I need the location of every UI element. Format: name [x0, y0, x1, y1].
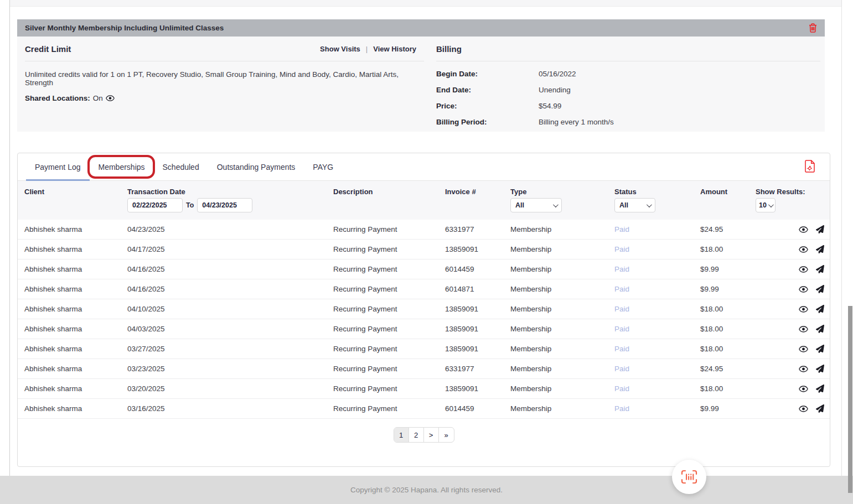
show-results-select[interactable]: 10: [756, 198, 776, 212]
cell-description: Recurring Payment: [333, 285, 445, 293]
cell-date: 04/23/2025: [127, 225, 333, 233]
pagination-page-1[interactable]: 1: [394, 428, 409, 442]
view-history-link[interactable]: View History: [373, 45, 416, 53]
type-filter-select[interactable]: All: [510, 198, 562, 212]
chevron-down-icon: [647, 202, 652, 207]
cell-date: 03/23/2025: [127, 365, 333, 373]
tab-memberships-label: Memberships: [99, 163, 145, 172]
tab-scheduled-label: Scheduled: [163, 163, 199, 172]
tab-scheduled[interactable]: Scheduled: [154, 153, 208, 180]
tab-payment-log-label: Payment Log: [35, 163, 81, 172]
table-row: Abhishek sharma 03/20/2025 Recurring Pay…: [18, 379, 830, 399]
status-badge: Paid: [614, 225, 700, 233]
col-header-invoice: Invoice #: [445, 186, 510, 197]
send-receipt-paper-plane-icon[interactable]: [816, 265, 824, 273]
copyright-text: Copyright © 2025 Hapana. All rights rese…: [350, 486, 503, 494]
cell-invoice: 13859091: [445, 325, 510, 333]
view-payment-eye-icon[interactable]: [799, 386, 808, 392]
date-to-input[interactable]: [197, 198, 252, 212]
cell-type: Membership: [510, 345, 614, 353]
pagination-last[interactable]: »: [439, 428, 454, 442]
view-payment-eye-icon[interactable]: [799, 406, 808, 412]
tab-bar: Payment Log Memberships Scheduled Outsta…: [18, 153, 830, 181]
table-row: Abhishek sharma 03/16/2025 Recurring Pay…: [18, 399, 830, 419]
cell-invoice: 13859091: [445, 245, 510, 253]
cell-date: 04/10/2025: [127, 305, 333, 313]
credit-limit-heading: Credit Limit: [25, 44, 71, 54]
barcode-scan-button[interactable]: [672, 460, 706, 494]
price-value: $54.99: [539, 102, 561, 110]
cell-invoice: 6331977: [445, 225, 510, 233]
cell-type: Membership: [510, 225, 614, 233]
cell-client: Abhishek sharma: [24, 285, 127, 293]
credit-limit-description: Unlimited credits valid for 1 on 1 PT, R…: [25, 70, 424, 87]
send-receipt-paper-plane-icon[interactable]: [816, 245, 824, 253]
tab-payg-label: PAYG: [313, 163, 333, 172]
cell-type: Membership: [510, 305, 614, 313]
view-payment-eye-icon[interactable]: [799, 366, 808, 372]
view-payment-eye-icon[interactable]: [799, 226, 808, 233]
date-from-input[interactable]: [127, 198, 183, 212]
send-receipt-paper-plane-icon[interactable]: [816, 325, 824, 333]
link-separator: |: [366, 45, 368, 53]
send-receipt-paper-plane-icon[interactable]: [816, 404, 824, 413]
send-receipt-paper-plane-icon[interactable]: [816, 305, 824, 313]
shared-locations-value: On: [93, 94, 103, 102]
table-row: Abhishek sharma 04/16/2025 Recurring Pay…: [18, 259, 830, 279]
pagination-next[interactable]: >: [424, 428, 439, 442]
billing-period-label: Billing Period:: [436, 118, 539, 126]
send-receipt-paper-plane-icon[interactable]: [816, 345, 824, 353]
cell-description: Recurring Payment: [333, 225, 445, 233]
table-row: Abhishek sharma 04/10/2025 Recurring Pay…: [18, 299, 830, 319]
cell-amount: $9.99: [700, 285, 756, 293]
cell-type: Membership: [510, 325, 614, 333]
export-pdf-icon[interactable]: [805, 160, 815, 173]
tab-memberships[interactable]: Memberships: [90, 153, 154, 180]
end-date-value: Unending: [539, 86, 571, 94]
table-row: Abhishek sharma 03/23/2025 Recurring Pay…: [18, 359, 830, 379]
tab-payg[interactable]: PAYG: [304, 153, 342, 180]
view-payment-eye-icon[interactable]: [799, 266, 808, 273]
cell-amount: $9.99: [700, 265, 756, 273]
cell-client: Abhishek sharma: [24, 385, 127, 393]
status-badge: Paid: [614, 325, 700, 333]
table-row: Abhishek sharma 04/23/2025 Recurring Pay…: [18, 220, 830, 240]
cell-invoice: 6014459: [445, 265, 510, 273]
view-payment-eye-icon[interactable]: [799, 306, 808, 313]
tab-outstanding-payments[interactable]: Outstanding Payments: [208, 153, 304, 180]
cell-description: Recurring Payment: [333, 345, 445, 353]
shared-locations-eye-icon[interactable]: [106, 95, 115, 101]
status-badge: Paid: [614, 285, 700, 293]
status-filter-select[interactable]: All: [614, 198, 655, 212]
vertical-scrollbar-thumb[interactable]: [848, 306, 852, 493]
cell-amount: $24.95: [700, 225, 756, 233]
begin-date-label: Begin Date:: [436, 70, 539, 78]
cell-description: Recurring Payment: [333, 365, 445, 373]
credit-limit-section: Credit Limit Show Visits | View History …: [17, 37, 424, 132]
chevron-down-icon: [553, 202, 559, 207]
send-receipt-paper-plane-icon[interactable]: [816, 385, 824, 393]
cell-date: 03/16/2025: [127, 404, 333, 413]
billing-row-price: Price: $54.99: [436, 98, 820, 114]
show-results-value: 10: [759, 201, 767, 209]
credit-limit-divider: [25, 61, 424, 61]
cell-type: Membership: [510, 245, 614, 253]
tab-payment-log[interactable]: Payment Log: [26, 153, 90, 180]
view-payment-eye-icon[interactable]: [799, 326, 808, 332]
show-visits-link[interactable]: Show Visits: [320, 45, 360, 53]
view-payment-eye-icon[interactable]: [799, 346, 808, 352]
send-receipt-paper-plane-icon[interactable]: [816, 285, 824, 293]
view-payment-eye-icon[interactable]: [799, 246, 808, 253]
pagination-page-2[interactable]: 2: [409, 428, 424, 442]
cell-type: Membership: [510, 365, 614, 373]
delete-membership-trash-icon[interactable]: [809, 23, 817, 33]
cell-type: Membership: [510, 404, 614, 413]
cell-client: Abhishek sharma: [24, 225, 127, 233]
send-receipt-paper-plane-icon[interactable]: [816, 365, 824, 373]
pagination: 1 2 > »: [18, 427, 830, 443]
cell-amount: $9.99: [700, 404, 756, 413]
send-receipt-paper-plane-icon[interactable]: [816, 225, 824, 233]
cell-type: Membership: [510, 265, 614, 273]
table-row: Abhishek sharma 03/27/2025 Recurring Pay…: [18, 339, 830, 359]
view-payment-eye-icon[interactable]: [799, 286, 808, 293]
